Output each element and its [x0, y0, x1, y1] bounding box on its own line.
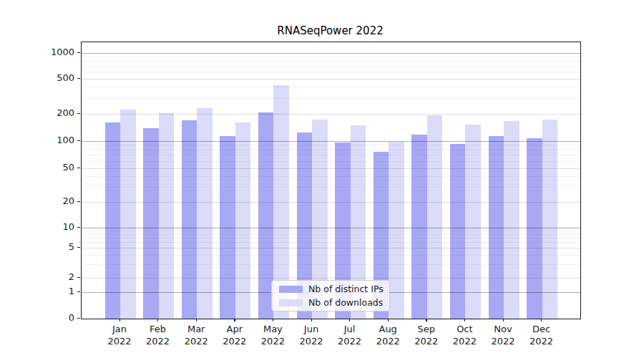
chart-title: RNASeqPower 2022 [81, 24, 580, 39]
bar-downloads [159, 113, 175, 319]
chart-canvas: RNASeqPower 2022 Nb of distinct IPsNb of… [0, 0, 644, 358]
gridline-medium [82, 79, 580, 79]
gridline-minor [82, 187, 580, 188]
gridline-minor [82, 98, 580, 99]
x-tick-mark [426, 319, 426, 321]
y-tick-label: 0 [33, 312, 74, 324]
gridline-minor [82, 231, 580, 231]
gridline-medium [82, 114, 580, 115]
gridline-minor [82, 155, 580, 155]
y-tick-label: 2 [33, 271, 74, 283]
x-tick-label: Apr 2022 [213, 324, 256, 347]
gridline-major [82, 141, 580, 142]
x-tick-label: Feb 2022 [137, 324, 180, 347]
gridline-medium [82, 278, 580, 279]
gridline-minor [82, 161, 580, 162]
x-tick-mark [464, 319, 465, 321]
x-tick-mark [157, 319, 158, 321]
gridline-medium [82, 202, 580, 203]
gridline-minor [82, 150, 580, 150]
y-tick-mark [77, 78, 80, 79]
gridline-minor [82, 242, 580, 243]
x-tick-label: Sep 2022 [405, 324, 448, 347]
bar-downloads [465, 125, 481, 319]
legend-label-distinct-ips: Nb of distinct IPs [308, 284, 384, 294]
y-tick-mark [77, 113, 80, 114]
legend-label-downloads: Nb of downloads [308, 297, 383, 308]
y-tick-mark [77, 291, 80, 292]
gridline-minor [82, 57, 580, 57]
y-tick-mark [77, 227, 80, 228]
gridline-minor [82, 61, 580, 62]
y-tick-mark [77, 277, 80, 278]
gridline-minor [82, 176, 580, 177]
x-tick-mark [273, 319, 273, 321]
gridline-major [82, 228, 580, 228]
legend-swatch-downloads [279, 299, 303, 306]
x-tick-mark [503, 319, 504, 321]
legend: Nb of distinct IPsNb of downloads [271, 280, 390, 311]
bar-distinct-ips [143, 128, 159, 319]
x-tick-mark [234, 319, 235, 321]
plot-area: Nb of distinct IPsNb of downloads [81, 42, 581, 319]
x-tick-mark [196, 319, 197, 321]
y-tick-label: 200 [33, 107, 74, 119]
gridline-major [82, 53, 580, 54]
x-tick-mark [119, 319, 120, 321]
gridline-minor [82, 255, 580, 256]
bar-distinct-ips [105, 122, 121, 319]
gridline-minor [82, 238, 580, 238]
x-tick-label: Aug 2022 [366, 324, 409, 347]
y-tick-label: 1000 [33, 47, 74, 58]
gridline-medium [82, 248, 580, 248]
y-tick-label: 50 [33, 162, 74, 173]
x-tick-mark [541, 319, 542, 321]
bar-downloads [427, 115, 443, 319]
y-tick-mark [77, 140, 80, 141]
x-tick-label: Mar 2022 [175, 324, 218, 347]
y-tick-label: 5 [33, 241, 74, 253]
x-tick-mark [311, 319, 312, 321]
y-tick-mark [77, 201, 80, 202]
x-tick-label: Jun 2022 [290, 324, 333, 347]
x-tick-label: Nov 2022 [482, 324, 525, 347]
gridline-medium [82, 168, 580, 169]
y-tick-label: 20 [33, 195, 74, 207]
legend-swatch-distinct-ips [279, 286, 303, 293]
gridline-minor [82, 66, 580, 67]
y-tick-mark [77, 168, 80, 168]
bar-distinct-ips [411, 135, 427, 319]
x-tick-mark [349, 319, 350, 321]
x-tick-label: Dec 2022 [520, 324, 563, 347]
bar-downloads [235, 122, 251, 319]
x-tick-label: Jan 2022 [98, 324, 141, 347]
x-tick-label: May 2022 [251, 324, 294, 347]
x-tick-mark [388, 319, 389, 321]
y-tick-label: 10 [33, 221, 74, 233]
gridline-minor [82, 87, 580, 87]
gridline-minor [82, 234, 580, 235]
y-tick-mark [77, 52, 80, 53]
legend-entry: Nb of downloads [272, 297, 389, 308]
x-tick-label: Jul 2022 [328, 324, 371, 347]
bar-downloads [504, 121, 519, 319]
legend-entry: Nb of distinct IPs [272, 284, 389, 294]
gridline-minor [82, 145, 580, 145]
bar-downloads [197, 108, 213, 319]
gridline-minor [82, 72, 580, 72]
y-tick-label: 500 [33, 72, 74, 84]
y-tick-mark [77, 247, 80, 248]
y-tick-mark [77, 318, 80, 319]
y-tick-label: 1 [33, 286, 74, 297]
x-tick-label: Oct 2022 [443, 324, 486, 347]
y-tick-label: 100 [33, 135, 74, 146]
gridline-minor [82, 264, 580, 265]
